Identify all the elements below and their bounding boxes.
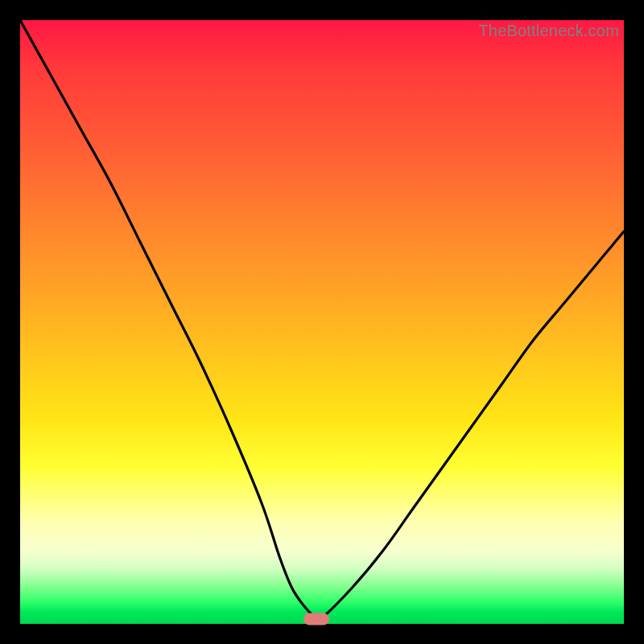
plot-area: TheBottleneck.com: [20, 20, 624, 624]
optimal-point-marker: [303, 613, 329, 625]
attribution-watermark: TheBottleneck.com: [478, 22, 619, 40]
chart-frame: TheBottleneck.com: [0, 0, 644, 644]
bottleneck-curve: [20, 20, 624, 624]
